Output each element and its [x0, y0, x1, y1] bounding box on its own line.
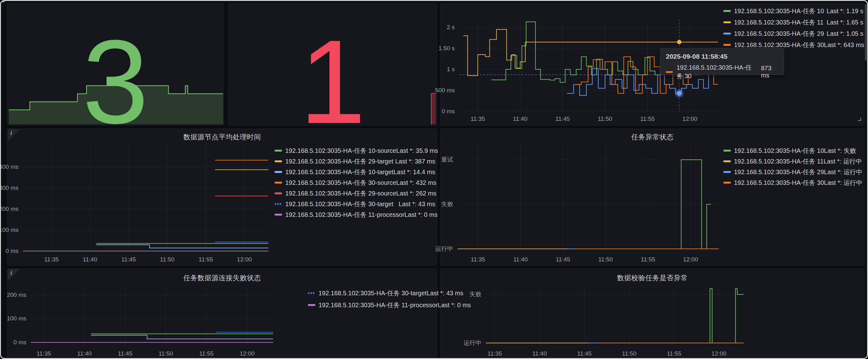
- legend-series-swatch-icon: [308, 304, 315, 306]
- legend-item[interactable]: 192.168.5.102:3035-HA-任务 29Last *: 1.05 …: [723, 28, 863, 39]
- legend-series-swatch-icon: [723, 182, 731, 184]
- legend-item[interactable]: 192.168.5.102:3035-HA-任务 11-processorLas…: [275, 209, 435, 220]
- legend-series-last-value: Last *: 432 ms: [396, 179, 436, 186]
- panel-title-task-status[interactable]: 任务异常状态: [440, 132, 865, 142]
- legend-series-last-value: Last *: 1.19 s: [827, 7, 863, 15]
- legend-series-label: 192.168.5.102:3035-HA-任务 30-target: [318, 289, 427, 298]
- legend-item[interactable]: 192.168.5.102:3035-HA-任务 30Last *: 运行中: [723, 177, 853, 188]
- legend-series-swatch-icon: [723, 33, 731, 34]
- legend-series-last-value: Last *: 643 ms: [824, 41, 864, 49]
- legend-series-swatch-icon: [723, 21, 731, 23]
- legend-series-swatch-icon: [275, 182, 282, 184]
- legend-series-label: 192.168.5.102:3035-HA-任务 11-processor: [285, 211, 404, 219]
- legend-series-swatch-icon: [275, 160, 282, 162]
- legend-series-label: 192.168.5.102:3035-HA-任务 10: [734, 7, 824, 16]
- legend-series-label: 192.168.5.102:3035-HA-任务 29-target: [285, 157, 394, 166]
- legend-series-swatch-icon: [723, 150, 731, 152]
- legend-item[interactable]: 192.168.5.102:3035-HA-任务 29-sourceLast *…: [275, 188, 435, 199]
- legend-series-swatch-icon: [723, 160, 731, 162]
- legend-series-swatch-icon: [275, 171, 282, 173]
- legend-series-swatch-icon: [275, 150, 282, 152]
- legend-item[interactable]: 192.168.5.102:3035-HA-任务 11Last *: 1.65 …: [723, 17, 863, 28]
- legend-task-status: 192.168.5.102:3035-HA-任务 10Last *: 失败192…: [723, 145, 853, 188]
- legend-item[interactable]: 192.168.5.102:3035-HA-任务 10-sourceLast *…: [275, 145, 435, 156]
- legend-series-swatch-icon: [723, 44, 731, 46]
- legend-series-last-value: Last *: 运行中: [824, 179, 862, 187]
- chart-tooltip: 2025-09-08 11:58:45 192.168.5.102:3035-H…: [660, 48, 784, 75]
- panel-title-proc-time[interactable]: 数据源节点平均处理时间: [7, 132, 437, 142]
- legend-series-label: 192.168.5.102:3035-HA-任务 10: [734, 147, 824, 155]
- legend-series-last-value: Last *: 43 ms: [399, 201, 435, 208]
- legend-item[interactable]: 192.168.5.102:3035-HA-任务 11Last *: 运行中: [723, 156, 853, 167]
- running-tasks-value: 3: [82, 28, 149, 136]
- panel-title-verify[interactable]: 数据校验任务是否异常: [440, 273, 865, 283]
- panel-title-conn-fail[interactable]: 任务数据源连接失败状态: [7, 273, 437, 283]
- panel-failed-tasks-stat: 1: [228, 3, 437, 125]
- clipped-text-fragment: [2, 1, 5, 2]
- legend-series-label: 192.168.5.102:3035-HA-任务 10-target: [285, 168, 394, 176]
- legend-series-last-value: Last *: 14.4 ms: [394, 169, 435, 176]
- legend-series-label: 192.168.5.102:3035-HA-任务 11: [734, 157, 824, 166]
- failed-tasks-value: 1: [299, 28, 366, 136]
- vertical-scrollbar[interactable]: [865, 4, 867, 61]
- legend-series-label: 192.168.5.102:3035-HA-任务 29: [734, 30, 824, 38]
- legend-series-label: 192.168.5.102:3035-HA-任务 11-processor: [318, 301, 438, 309]
- legend-series-label: 192.168.5.102:3035-HA-任务 29-source: [285, 189, 396, 198]
- tooltip-series-value: 873 ms: [761, 65, 778, 79]
- legend-series-swatch-icon: [275, 203, 282, 205]
- legend-series-swatch-icon: [275, 192, 282, 194]
- legend-series-label: 192.168.5.102:3035-HA-任务 30-target: [285, 200, 394, 208]
- legend-item[interactable]: 192.168.5.102:3035-HA-任务 10Last *: 1.19 …: [723, 5, 863, 17]
- legend-series-label: 192.168.5.102:3035-HA-任务 30: [734, 179, 824, 187]
- legend-series-last-value: Last *: 262 ms: [396, 190, 436, 197]
- tooltip-timestamp: 2025-09-08 11:58:45: [666, 53, 778, 60]
- tooltip-series-label: 192.168.5.102:3035-HA-任务 30: [677, 63, 752, 80]
- legend-item[interactable]: 192.168.5.102:3035-HA-任务 30-targetLast *…: [275, 199, 435, 209]
- legend-series-swatch-icon: [723, 10, 731, 12]
- grafana-dashboard: 3 1 i i 数据源节点平均处理时间 任务异常状态 任务数据源连接失败状态 数…: [0, 0, 868, 359]
- legend-series-swatch-icon: [308, 292, 315, 294]
- tooltip-series-swatch: [666, 71, 673, 73]
- legend-series-swatch-icon: [275, 214, 282, 216]
- legend-item[interactable]: 192.168.5.102:3035-HA-任务 10-targetLast *…: [275, 167, 435, 177]
- legend-series-label: 192.168.5.102:3035-HA-任务 11: [734, 18, 824, 27]
- legend-item[interactable]: 192.168.5.102:3035-HA-任务 29Last *: 运行中: [723, 167, 853, 177]
- legend-item[interactable]: 192.168.5.102:3035-HA-任务 11-processorLas…: [308, 299, 436, 311]
- legend-item[interactable]: 192.168.5.102:3035-HA-任务 30-sourceLast *…: [275, 177, 435, 188]
- legend-series-last-value: Last *: 1.05 s: [827, 30, 863, 37]
- legend-conn-fail: 192.168.5.102:3035-HA-任务 30-targetLast *…: [308, 287, 436, 311]
- legend-series-last-value: Last *: 失败: [824, 147, 856, 155]
- legend-series-last-value: Last *: 35.9 ms: [396, 147, 438, 154]
- legend-series-last-value: Last *: 387 ms: [395, 158, 435, 165]
- legend-proc-time: 192.168.5.102:3035-HA-任务 10-sourceLast *…: [275, 145, 435, 220]
- legend-series-label: 192.168.5.102:3035-HA-任务 10-source: [285, 147, 396, 155]
- legend-series-last-value: Last *: 0 ms: [438, 302, 471, 309]
- legend-task-duration: 192.168.5.102:3035-HA-任务 10Last *: 1.19 …: [723, 5, 863, 51]
- legend-series-last-value: Last *: 运行中: [824, 168, 862, 176]
- legend-series-last-value: Last *: 运行中: [824, 157, 862, 166]
- legend-series-label: 192.168.5.102:3035-HA-任务 30-source: [285, 179, 396, 187]
- legend-item[interactable]: 192.168.5.102:3035-HA-任务 10Last *: 失败: [723, 145, 853, 156]
- legend-item[interactable]: 192.168.5.102:3035-HA-任务 30-targetLast *…: [308, 287, 436, 299]
- clipped-text-fragment: [1, 358, 5, 359]
- legend-item[interactable]: 192.168.5.102:3035-HA-任务 29-targetLast *…: [275, 156, 435, 167]
- legend-series-last-value: Last *: 0 ms: [404, 211, 438, 218]
- panel-resize-handle-icon[interactable]: [858, 118, 861, 121]
- legend-series-last-value: Last *: 43 ms: [427, 290, 464, 297]
- panel-running-tasks-stat: 3: [7, 3, 224, 125]
- legend-series-last-value: Last *: 1.65 s: [827, 19, 863, 26]
- legend-series-swatch-icon: [723, 171, 731, 173]
- legend-series-label: 192.168.5.102:3035-HA-任务 29: [734, 168, 824, 176]
